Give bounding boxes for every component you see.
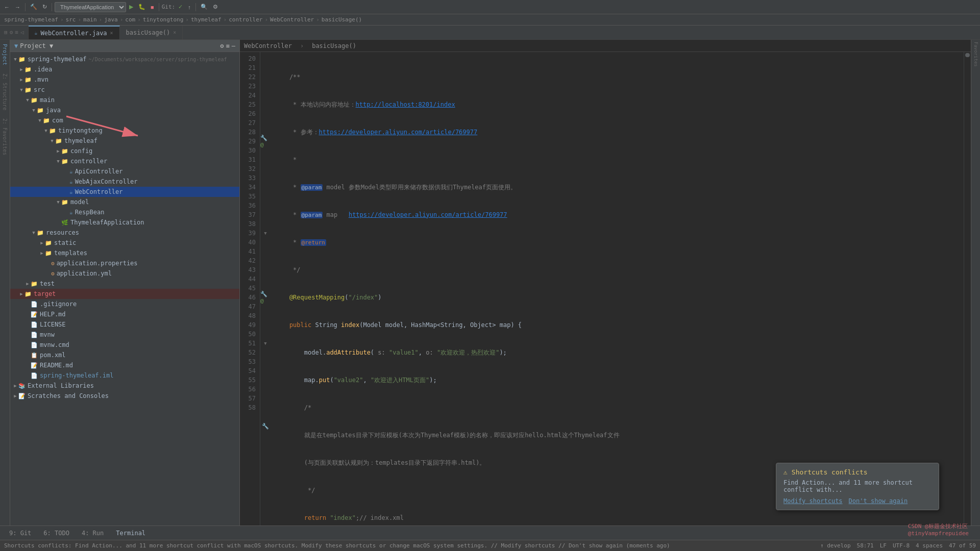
sync-btn[interactable]: ↻ xyxy=(40,3,49,11)
tree-resources[interactable]: ▼ 📁 resources xyxy=(10,228,239,238)
git-check-btn[interactable]: ✓ xyxy=(176,3,185,11)
tree-help[interactable]: 📝 HELP.md xyxy=(10,309,239,319)
tab-close-icon[interactable]: × xyxy=(110,30,113,36)
tree-pomxml[interactable]: 📋 pom.xml xyxy=(10,350,239,360)
tree-mvnw-cmd[interactable]: 📄 mvnw.cmd xyxy=(10,340,239,350)
breadcrumb-webcontroller[interactable]: WebController xyxy=(270,16,314,23)
editor-scrollbar[interactable] xyxy=(964,52,971,525)
model-folder-icon: 📁 xyxy=(61,199,68,206)
settings-btn[interactable]: ⚙ xyxy=(211,3,220,11)
tree-iml-label: spring-thymeleaf.iml xyxy=(40,372,114,379)
breadcrumb-method[interactable]: basicUsage() xyxy=(322,16,362,23)
run-config-dropdown[interactable]: ThymeleafApplication xyxy=(55,2,126,12)
tree-main[interactable]: ▼ 📁 main xyxy=(10,95,239,105)
tree-templates[interactable]: ▶ 📁 templates xyxy=(10,248,239,258)
bottom-tab-terminal[interactable]: Terminal xyxy=(111,529,151,538)
tree-tinytongtong-arrow: ▼ xyxy=(43,128,49,133)
git-push-btn[interactable]: ↑ xyxy=(186,3,193,11)
structure-tab[interactable]: Z: Structure xyxy=(2,71,8,112)
tree-iml[interactable]: 📄 spring-thymeleaf.iml xyxy=(10,370,239,381)
tree-thymeleaf-arrow: ▼ xyxy=(49,138,55,143)
tree-idea[interactable]: ▶ 📁 .idea xyxy=(10,64,239,74)
tree-appyml-label: application.yml xyxy=(57,270,112,277)
tree-model[interactable]: ▼ 📁 model xyxy=(10,197,239,207)
position-indicator: 58:71 xyxy=(857,542,874,549)
run-btn[interactable]: ▶ xyxy=(127,3,135,11)
panel-gear-icon[interactable]: ⚙ xyxy=(220,42,224,49)
tree-config-label: config xyxy=(70,147,92,155)
editor-method-name[interactable]: basicUsage() xyxy=(312,42,356,49)
tree-config[interactable]: ▶ 📁 config xyxy=(10,146,239,156)
tree-ext-label: External Libraries xyxy=(28,382,94,389)
panel-settings-icon[interactable]: ≡ xyxy=(226,42,230,49)
tree-mvnw[interactable]: 📄 mvnw xyxy=(10,330,239,340)
tree-root-path: ~/Documents/workspace/server/spring-thym… xyxy=(89,57,227,62)
breadcrumb-java[interactable]: java xyxy=(104,16,118,23)
tree-thymeleaf[interactable]: ▼ 📁 thymeleaf xyxy=(10,136,239,146)
tree-tinytongtong[interactable]: ▼ 📁 tinytongtong xyxy=(10,126,239,136)
tab-close-basicusage-icon[interactable]: × xyxy=(173,30,176,35)
bottom-tab-run[interactable]: 4: Run xyxy=(77,529,109,538)
layout-icon: ⊞ xyxy=(4,29,8,36)
forward-btn[interactable]: → xyxy=(13,3,22,11)
git-branch[interactable]: ↑ develop xyxy=(820,542,851,549)
breadcrumb-main[interactable]: main xyxy=(83,16,97,23)
tree-webcontroller[interactable]: ☕ WebController xyxy=(10,187,239,197)
breadcrumb-src[interactable]: src xyxy=(66,16,76,23)
bottom-tab-git[interactable]: 9: Git xyxy=(4,529,36,538)
tree-com[interactable]: ▼ 📁 com xyxy=(10,115,239,126)
tab-webcontroller[interactable]: ☕ WebController.java × xyxy=(29,26,120,39)
search-everywhere-btn[interactable]: 🔍 xyxy=(199,3,210,11)
tree-scratches[interactable]: ▶ 📝 Scratches and Consoles xyxy=(10,391,239,401)
tree-src[interactable]: ▼ 📁 src xyxy=(10,85,239,95)
tree-test[interactable]: ▶ 📁 test xyxy=(10,279,239,289)
favorites-bar: Favorites xyxy=(971,40,980,525)
tree-controller[interactable]: ▼ 📁 controller xyxy=(10,156,239,166)
editor-class-name[interactable]: WebController xyxy=(244,42,292,49)
tree-webcontroller-label: WebController xyxy=(75,188,123,195)
left-sidebar-icons: Project Z: Structure 2: Favorites xyxy=(0,40,10,525)
panel-close-icon[interactable]: — xyxy=(232,42,235,49)
tree-static[interactable]: ▶ 📁 static xyxy=(10,238,239,248)
favorites-label[interactable]: Favorites xyxy=(973,40,978,69)
webcontroller-java-icon: ☕ xyxy=(69,189,73,195)
help-icon: 📝 xyxy=(31,311,38,318)
tree-readme[interactable]: 📝 README.md xyxy=(10,360,239,370)
back-btn[interactable]: ← xyxy=(2,3,12,11)
code-container[interactable]: 2021222324 2526272829 3031323334 3536373… xyxy=(240,52,971,525)
build-btn[interactable]: 🔨 xyxy=(28,3,39,11)
tree-target[interactable]: ▶ 📁 target xyxy=(10,289,239,299)
tree-mvn[interactable]: ▶ 📁 .mvn xyxy=(10,74,239,85)
debug-btn[interactable]: 🐛 xyxy=(136,3,148,11)
stop-btn[interactable]: ■ xyxy=(149,3,156,11)
tree-ext-libraries[interactable]: ▶ 📚 External Libraries xyxy=(10,381,239,391)
tree-thymeleafapp[interactable]: 🌿 ThymeleafApplication xyxy=(10,217,239,228)
dont-show-link[interactable]: Don't show again xyxy=(849,497,908,505)
tree-webajaxcontroller[interactable]: ☕ WebAjaxController xyxy=(10,177,239,187)
breadcrumb-controller[interactable]: controller xyxy=(229,16,262,23)
tree-apicontroller[interactable]: ☕ ApiController xyxy=(10,166,239,177)
tab-basicusage[interactable]: basicUsage() × xyxy=(120,26,183,39)
breadcrumb-tinytongtong[interactable]: tinytongtong xyxy=(143,16,183,23)
tree-gitignore[interactable]: 📄 .gitignore xyxy=(10,299,239,309)
breadcrumb-thymeleaf[interactable]: thymeleaf xyxy=(191,16,222,23)
tree-scratches-arrow: ▶ xyxy=(12,393,18,398)
bottom-tab-todo[interactable]: 6: TODO xyxy=(38,529,75,538)
tree-appprops[interactable]: ⚙ application.properties xyxy=(10,258,239,268)
static-folder-icon: 📁 xyxy=(45,240,52,246)
tree-respbean[interactable]: ☕ RespBean xyxy=(10,207,239,217)
breadcrumb-com[interactable]: com xyxy=(125,16,135,23)
java-folder-icon: 📁 xyxy=(37,107,44,114)
code-editor[interactable]: /** * 本地访问内容地址：http://localhost:8201/ind… xyxy=(271,52,964,525)
top-toolbar: ← → 🔨 ↻ ThymeleafApplication ▶ 🐛 ■ Git: … xyxy=(0,0,980,14)
tree-com-label: com xyxy=(52,117,63,124)
project-tab[interactable]: Project xyxy=(2,42,8,67)
breadcrumb-root[interactable]: spring-thymeleaf xyxy=(4,16,58,23)
tree-static-arrow: ▶ xyxy=(39,240,45,245)
favorites-tab[interactable]: 2: Favorites xyxy=(2,116,8,157)
tree-root[interactable]: ▼ 📁 spring-thymeleaf ~/Documents/workspa… xyxy=(10,54,239,64)
tree-appyml[interactable]: ⚙ application.yml xyxy=(10,268,239,279)
tree-license[interactable]: 📄 LICENSE xyxy=(10,319,239,330)
modify-shortcuts-link[interactable]: Modify shortcuts xyxy=(783,497,843,505)
tree-java[interactable]: ▼ 📁 java xyxy=(10,105,239,115)
